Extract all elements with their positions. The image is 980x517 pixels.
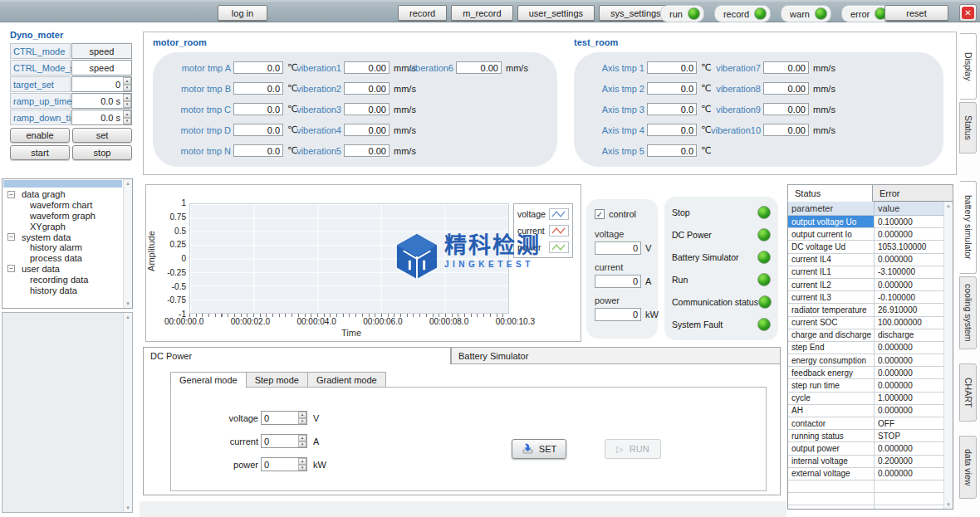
- mode-tab[interactable]: General mode: [170, 372, 247, 388]
- tree-expander-icon[interactable]: −: [7, 233, 15, 241]
- spinner-down-icon[interactable]: ▾: [298, 441, 306, 448]
- dyno-row-value[interactable]: speed ▴ ▾: [71, 60, 132, 76]
- spinner-control[interactable]: ▴ ▾: [298, 412, 306, 424]
- parameter-cell[interactable]: output voltage Uo: [788, 216, 875, 227]
- dyno-row-value[interactable]: 0 ▴ ▾: [71, 76, 132, 92]
- legend-item[interactable]: voltage: [517, 207, 569, 221]
- tree-item[interactable]: − recording data: [4, 274, 121, 285]
- parameter-cell[interactable]: current IL2: [788, 279, 875, 290]
- spinner-up-icon[interactable]: ▴: [298, 458, 306, 465]
- parameter-cell[interactable]: external voltage: [788, 468, 875, 480]
- tree-scrollbar[interactable]: ▲ ▼: [123, 179, 132, 308]
- parameter-cell[interactable]: output power: [788, 442, 875, 454]
- parameter-cell[interactable]: current IL3: [788, 291, 875, 303]
- tab-dc-power[interactable]: DC Power: [143, 347, 451, 364]
- spinner-up-icon[interactable]: ▴: [123, 77, 131, 85]
- spinner-up-icon[interactable]: ▴: [298, 435, 306, 441]
- dyno-button[interactable]: set: [72, 128, 132, 143]
- tab-battery-simulator[interactable]: Battery Simulator: [451, 347, 781, 364]
- table-row[interactable]: output voltage Uo 0.100000: [788, 216, 943, 228]
- parameter-cell[interactable]: current SOC: [788, 317, 875, 329]
- table-row[interactable]: feedback energy 0.000000: [788, 367, 943, 379]
- dyno-row-value[interactable]: speed ▴ ▾: [71, 43, 132, 59]
- spinner-down-icon[interactable]: ▾: [123, 85, 131, 92]
- parameter-cell[interactable]: energy consumption: [788, 354, 875, 366]
- scroll-down-icon[interactable]: ▼: [946, 502, 951, 507]
- reset-button[interactable]: reset: [884, 5, 948, 21]
- parameter-cell[interactable]: [788, 480, 875, 492]
- spinner-control[interactable]: ▴ ▾: [123, 110, 131, 124]
- table-row[interactable]: current IL4 0.000000: [788, 254, 943, 266]
- table-row[interactable]: internal voltage 0.200000: [788, 456, 943, 468]
- scroll-up-icon[interactable]: ▲: [946, 203, 951, 208]
- tree-item[interactable]: − data gragh: [4, 189, 121, 200]
- close-button[interactable]: ✕: [959, 4, 977, 22]
- spinner-up-icon[interactable]: ▴: [123, 94, 131, 101]
- parameter-cell[interactable]: current IL4: [788, 254, 875, 266]
- table-row[interactable]: cycle 1.000000: [788, 393, 943, 405]
- mode-tab[interactable]: Step mode: [246, 372, 308, 388]
- spinner-up-icon[interactable]: ▴: [123, 110, 131, 118]
- table-row[interactable]: current IL1 -3.100000: [788, 266, 943, 279]
- setpoint-input[interactable]: 0 ▴ ▾: [261, 457, 307, 471]
- table-row[interactable]: AH 0.000000: [788, 405, 943, 417]
- table-row[interactable]: [788, 480, 943, 493]
- table-row[interactable]: step run time 0.000000: [788, 379, 943, 392]
- tree-item[interactable]: − system data: [4, 232, 121, 242]
- set-button[interactable]: SET: [512, 439, 566, 459]
- table-row[interactable]: current SOC 100.000000: [788, 317, 943, 329]
- parameter-cell[interactable]: charge and discharge: [788, 329, 875, 341]
- setpoint-input[interactable]: 0 ▴ ▾: [261, 411, 307, 425]
- table-row[interactable]: output current Io 0.000000: [788, 228, 943, 241]
- tree-expander-icon[interactable]: −: [7, 191, 15, 198]
- tree-item[interactable]: − XYgraph: [4, 221, 121, 232]
- table-row[interactable]: current IL3 -0.100000: [788, 291, 943, 304]
- side-tab[interactable]: data view: [959, 436, 977, 499]
- control-checkbox-row[interactable]: ✓ control: [595, 209, 636, 219]
- tree-item[interactable]: − waveform graph: [4, 211, 121, 222]
- toolbar-button[interactable]: record: [398, 5, 447, 21]
- toolbar-button[interactable]: user_settings: [517, 5, 595, 21]
- table-row[interactable]: external voltage 0.000000: [788, 468, 943, 480]
- checkbox-checked-icon[interactable]: ✓: [595, 209, 605, 219]
- parameter-cell[interactable]: step End: [788, 342, 875, 354]
- parameter-cell[interactable]: radiator temperature: [788, 304, 875, 315]
- parameter-cell[interactable]: cycle: [788, 393, 875, 404]
- parameter-cell[interactable]: internal voltage: [788, 456, 875, 467]
- spinner-down-icon[interactable]: ▾: [123, 101, 131, 109]
- scroll-up-icon[interactable]: ▲: [125, 315, 130, 319]
- parameter-cell[interactable]: [788, 505, 875, 510]
- table-row[interactable]: [788, 505, 943, 510]
- tree-item[interactable]: − process data: [4, 253, 121, 264]
- dyno-button[interactable]: enable: [10, 128, 70, 143]
- mode-tab[interactable]: Gradient mode: [307, 372, 386, 388]
- scroll-down-icon[interactable]: ▼: [125, 301, 130, 306]
- tab-error[interactable]: Error: [872, 184, 953, 202]
- spinner-down-icon[interactable]: ▾: [298, 418, 306, 425]
- parameter-cell[interactable]: DC voltage Ud: [788, 241, 875, 252]
- table-row[interactable]: output power 0.000000: [788, 442, 943, 455]
- spinner-control[interactable]: ▴ ▾: [298, 458, 306, 471]
- spinner-control[interactable]: ▴ ▾: [298, 435, 306, 447]
- dyno-row-value[interactable]: 0.0 s ▴ ▾: [71, 93, 132, 109]
- parameter-cell[interactable]: feedback energy: [788, 367, 875, 378]
- spinner-control[interactable]: ▴ ▾: [123, 94, 131, 108]
- side-tab[interactable]: CHART: [959, 363, 977, 422]
- tree-item[interactable]: − history alarm: [4, 242, 121, 253]
- spinner-control[interactable]: ▴ ▾: [123, 77, 131, 91]
- spinner-up-icon[interactable]: ▴: [298, 412, 306, 418]
- toolbar-button[interactable]: m_record: [451, 5, 512, 21]
- login-button[interactable]: log in: [218, 5, 267, 21]
- dyno-button[interactable]: start: [10, 145, 70, 160]
- parameter-cell[interactable]: contactor: [788, 417, 875, 429]
- tree-item[interactable]: − history data: [4, 285, 121, 295]
- spinner-down-icon[interactable]: ▾: [298, 465, 306, 471]
- table-row[interactable]: contactor OFF: [788, 417, 943, 430]
- table-row[interactable]: [788, 493, 943, 505]
- side-tab[interactable]: cooling system: [959, 276, 977, 349]
- parameter-cell[interactable]: current IL1: [788, 266, 875, 278]
- spinner-down-icon[interactable]: ▾: [123, 118, 131, 125]
- table-row[interactable]: step End 0.000000: [788, 342, 943, 354]
- tree-expander-icon[interactable]: −: [7, 265, 15, 272]
- table-row[interactable]: energy consumption 0.000000: [788, 354, 943, 367]
